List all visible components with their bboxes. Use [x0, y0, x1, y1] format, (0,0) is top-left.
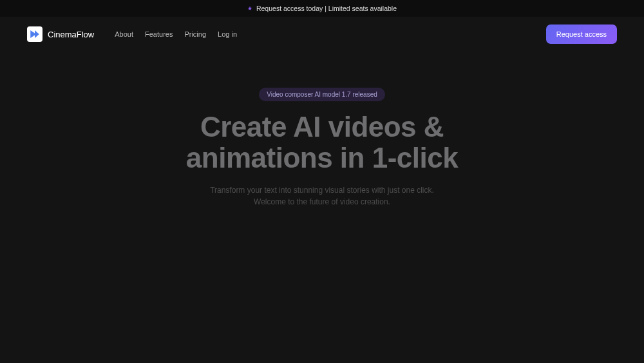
hero-section: Video composer AI model 1.7 released Cre…: [0, 52, 644, 208]
nav-about[interactable]: About: [115, 30, 133, 38]
announcement-bar[interactable]: ★ Request access today | Limited seats a…: [0, 0, 644, 17]
hero-subtext-line1: Transform your text into stunning visual…: [210, 186, 434, 195]
brand-name: CinemaFlow: [48, 30, 94, 39]
main-nav: About Features Pricing Log in: [115, 30, 237, 38]
request-access-button[interactable]: Request access: [546, 25, 617, 44]
announcement-text: Request access today | Limited seats ava…: [256, 5, 397, 12]
header: CinemaFlow About Features Pricing Log in…: [0, 17, 644, 52]
header-left: CinemaFlow About Features Pricing Log in: [27, 26, 237, 42]
hero-heading: Create AI videos & animations in 1-click: [186, 112, 458, 173]
logo-icon: [29, 28, 41, 40]
hero-subtext: Transform your text into stunning visual…: [210, 184, 434, 208]
release-badge[interactable]: Video composer AI model 1.7 released: [259, 88, 385, 101]
hero-heading-line2: animations in 1-click: [186, 142, 458, 173]
nav-login[interactable]: Log in: [218, 30, 237, 38]
star-icon: ★: [247, 5, 252, 12]
nav-pricing[interactable]: Pricing: [184, 30, 206, 38]
logo-box: [27, 26, 43, 42]
hero-subtext-line2: Welcome to the future of video creation.: [254, 197, 390, 206]
brand[interactable]: CinemaFlow: [27, 26, 94, 42]
nav-features[interactable]: Features: [145, 30, 173, 38]
hero-heading-line1: Create AI videos &: [200, 111, 444, 142]
